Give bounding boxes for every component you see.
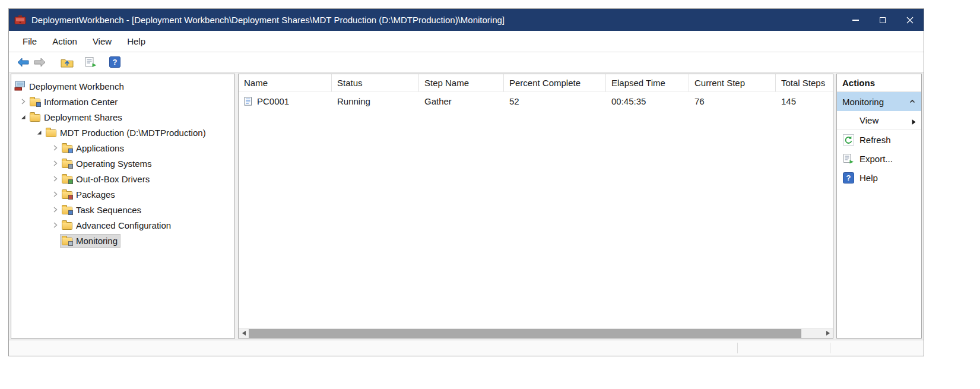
action-view[interactable]: View [837, 111, 921, 130]
tree-item-information-center[interactable]: Information Center [11, 94, 234, 109]
back-button[interactable] [15, 54, 31, 71]
deployment-workbench-window: DeploymentWorkbench - [Deployment Workbe… [8, 8, 924, 356]
cell-name: PC0001 [239, 92, 332, 110]
maximize-icon [880, 17, 886, 23]
help-icon: ? [109, 56, 120, 68]
tree-item-label: Out-of-Box Drivers [74, 173, 152, 185]
action-help-label: Help [860, 173, 878, 183]
scroll-left-icon [242, 331, 246, 336]
column-header-percent-complete[interactable]: Percent Complete [504, 74, 606, 91]
tree-item-label: Information Center [42, 96, 120, 108]
actions-pane: Actions Monitoring View [836, 74, 922, 339]
tree-item-label: Deployment Workbench [27, 80, 126, 93]
scroll-right-icon [826, 331, 830, 336]
status-bar-divider [830, 343, 830, 353]
cell-total-steps: 145 [776, 92, 833, 110]
chevron-down-icon[interactable] [33, 128, 45, 137]
list-row-pc0001[interactable]: PC0001 Running Gather 52 00:45:35 76 145 [239, 92, 833, 110]
actions-group-monitoring[interactable]: Monitoring [837, 92, 921, 111]
navigation-tree: Deployment Workbench Information Center … [11, 74, 235, 339]
forward-button[interactable] [31, 54, 48, 71]
chevron-right-icon[interactable] [49, 205, 61, 214]
tree-item-label: Advanced Configuration [74, 219, 173, 232]
computer-item-icon [244, 97, 253, 106]
drivers-folder-icon [61, 173, 74, 184]
chevron-right-icon[interactable] [49, 143, 61, 153]
workbench-icon [14, 81, 27, 91]
minimize-button[interactable] [842, 9, 869, 31]
tree-item-out-of-box-drivers[interactable]: Out-of-Box Drivers [11, 171, 234, 186]
close-button[interactable] [896, 9, 924, 31]
help-icon: ? [843, 172, 854, 184]
column-header-current-step[interactable]: Current Step [689, 74, 776, 91]
close-icon [906, 17, 914, 24]
chevron-right-icon[interactable] [17, 97, 28, 106]
app-icon [14, 15, 26, 26]
tree-item-operating-systems[interactable]: Operating Systems [11, 156, 234, 171]
cell-elapsed-time: 00:45:35 [606, 92, 689, 110]
toolbar: ? [9, 52, 924, 72]
action-help[interactable]: ? Help [837, 168, 921, 187]
tree-item-deployment-workbench[interactable]: Deployment Workbench [11, 78, 234, 94]
column-header-name[interactable]: Name [239, 74, 332, 91]
action-export[interactable]: Export... [837, 149, 921, 168]
chevron-right-icon[interactable] [49, 189, 61, 199]
cell-percent-complete: 52 [504, 92, 606, 110]
deployment-shares-folder-icon [28, 112, 42, 122]
tree-item-deployment-shares[interactable]: Deployment Shares [11, 109, 234, 125]
column-header-elapsed-time[interactable]: Elapsed Time [606, 74, 689, 91]
tree-item-label: Deployment Shares [42, 111, 125, 124]
chevron-right-icon[interactable] [49, 220, 61, 230]
menu-action[interactable]: Action [45, 31, 85, 52]
scrollbar-thumb[interactable] [249, 329, 801, 338]
scroll-left-button[interactable] [239, 328, 249, 339]
horizontal-scrollbar[interactable] [239, 328, 833, 338]
cell-name-text: PC0001 [257, 96, 289, 106]
minimize-icon [852, 20, 859, 21]
menu-help[interactable]: Help [119, 31, 153, 52]
operating-systems-folder-icon [61, 158, 74, 169]
tree-item-advanced-configuration[interactable]: Advanced Configuration [11, 217, 234, 233]
cell-current-step: 76 [689, 92, 776, 110]
chevron-right-icon[interactable] [49, 159, 61, 168]
chevron-down-icon[interactable] [17, 112, 28, 122]
cell-status: Running [332, 92, 419, 110]
tree-item-task-sequences[interactable]: Task Sequences [11, 202, 234, 217]
action-export-label: Export... [860, 154, 893, 164]
list-header: Name Status Step Name Percent Complete E… [239, 74, 833, 92]
tree-item-mdt-production[interactable]: MDT Production (D:\MDTProduction) [11, 125, 234, 140]
deployment-share-folder-icon [45, 127, 58, 138]
up-one-level-button[interactable] [59, 54, 75, 71]
chevron-right-icon[interactable] [49, 174, 61, 184]
scroll-right-button[interactable] [823, 328, 833, 339]
forward-arrow-icon [33, 56, 47, 68]
action-refresh[interactable]: Refresh [837, 130, 921, 149]
refresh-icon [843, 134, 854, 146]
tree-item-packages[interactable]: Packages [11, 186, 234, 202]
actions-pane-title: Actions [837, 74, 921, 92]
menu-view[interactable]: View [85, 31, 119, 52]
results-list: Name Status Step Name Percent Complete E… [238, 74, 833, 339]
tree-item-label: Monitoring [74, 235, 120, 247]
column-header-step-name[interactable]: Step Name [419, 74, 504, 91]
applications-folder-icon [61, 143, 74, 153]
maximize-button[interactable] [869, 9, 896, 31]
tree-selection-highlight: Monitoring [61, 235, 120, 247]
content-area: Deployment Workbench Information Center … [9, 72, 924, 340]
column-header-total-steps[interactable]: Total Steps [776, 74, 833, 91]
export-list-button[interactable] [83, 54, 99, 71]
menu-bar: File Action View Help [9, 31, 924, 52]
tree-item-monitoring[interactable]: Monitoring [11, 233, 234, 248]
up-one-level-icon [61, 57, 74, 68]
export-icon [843, 153, 854, 165]
svg-text:?: ? [112, 58, 117, 67]
status-bar [9, 340, 924, 356]
column-header-status[interactable]: Status [332, 74, 419, 91]
tree-item-applications[interactable]: Applications [11, 140, 234, 156]
collapse-chevron-up-icon[interactable] [909, 98, 916, 105]
toolbar-help-button[interactable]: ? [106, 54, 123, 71]
menu-file[interactable]: File [15, 31, 45, 52]
title-bar: DeploymentWorkbench - [Deployment Workbe… [9, 9, 924, 31]
information-center-folder-icon [28, 96, 42, 107]
status-bar-divider [737, 343, 738, 353]
